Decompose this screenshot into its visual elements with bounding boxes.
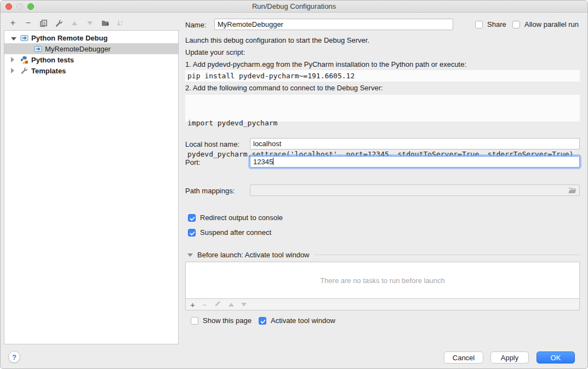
wrench-icon <box>20 67 28 74</box>
name-label: Name: <box>185 21 206 29</box>
remove-task-icon[interactable]: − <box>202 301 207 309</box>
text-caret <box>273 158 273 165</box>
add-icon[interactable]: + <box>8 19 18 28</box>
empty-task-list-text: There are no tasks to run before launch <box>320 276 445 285</box>
share-checkbox[interactable] <box>475 21 483 28</box>
window-title: Run/Debug Configurations <box>1 2 587 10</box>
instruction-step-2: 2. Add the following command to connect … <box>185 84 383 92</box>
tree-item-label: Python Remote Debug <box>31 34 107 42</box>
sidebar-toolbar: + − az <box>8 18 125 28</box>
cancel-button[interactable]: Cancel <box>444 351 483 364</box>
section-collapse-icon[interactable] <box>187 253 193 257</box>
show-this-page-row: Show this page <box>191 316 252 325</box>
pip-command-code[interactable]: pip install pydevd-pycharm~=191.6605.12 <box>185 70 580 82</box>
activate-tool-window-label: Activate tool window <box>271 316 335 325</box>
ok-button[interactable]: OK <box>536 351 575 364</box>
path-mappings-input[interactable] <box>250 184 580 196</box>
remote-debug-icon <box>33 45 42 53</box>
move-task-up-icon[interactable] <box>229 303 234 307</box>
port-input[interactable]: 12345 <box>250 156 580 168</box>
tree-item-python-tests[interactable]: Python tests <box>4 54 178 65</box>
before-launch-task-list[interactable]: There are no tasks to run before launch <box>185 262 580 299</box>
instruction-line-1: Launch this debug configuration to start… <box>185 36 369 44</box>
expand-arrow-icon[interactable] <box>11 34 16 42</box>
redirect-output-row: Redirect output to console <box>188 214 283 222</box>
allow-parallel-run-label: Allow parallel run <box>524 20 579 28</box>
new-folder-icon[interactable] <box>100 19 110 28</box>
local-host-name-label: Local host name: <box>185 140 239 148</box>
add-task-icon[interactable]: + <box>190 301 195 309</box>
apply-button[interactable]: Apply <box>490 351 529 364</box>
configurations-tree: Python Remote Debug MyRemoteDebugger Pyt… <box>4 30 179 344</box>
collapse-arrow-icon[interactable] <box>11 67 16 75</box>
move-task-down-icon[interactable] <box>241 303 247 307</box>
allow-parallel-checkbox-row: Allow parallel run <box>512 20 579 28</box>
edit-templates-wrench-icon[interactable] <box>54 19 64 28</box>
svg-text:z: z <box>121 23 122 26</box>
folder-open-icon[interactable] <box>568 187 576 196</box>
show-this-page-label: Show this page <box>203 316 252 325</box>
svg-text:a: a <box>121 19 123 22</box>
local-host-name-input[interactable] <box>250 138 580 149</box>
suspend-after-connect-label: Suspend after connect <box>200 228 271 237</box>
edit-task-pencil-icon[interactable] <box>214 299 221 309</box>
collapse-arrow-icon[interactable] <box>11 56 16 64</box>
name-input[interactable] <box>214 19 453 30</box>
tree-item-label: Python tests <box>31 56 74 64</box>
port-label: Port: <box>185 158 200 166</box>
run-debug-configurations-dialog: Run/Debug Configurations + − az Python R… <box>0 0 588 369</box>
copy-icon[interactable] <box>39 19 48 28</box>
path-mappings-label: Path mappings: <box>185 187 235 195</box>
move-down-icon[interactable] <box>85 19 94 28</box>
help-button[interactable]: ? <box>8 351 20 363</box>
suspend-after-connect-row: Suspend after connect <box>188 228 271 237</box>
activate-tool-window-checkbox[interactable] <box>259 317 266 325</box>
suspend-after-connect-checkbox[interactable] <box>188 229 196 237</box>
redirect-output-checkbox[interactable] <box>188 214 196 222</box>
activate-tool-window-row: Activate tool window <box>259 316 335 325</box>
before-launch-section-header[interactable]: Before launch: Activate tool window <box>187 251 580 259</box>
move-up-icon[interactable] <box>70 19 79 28</box>
instruction-line-2: Update your script: <box>185 48 245 56</box>
instruction-step-1: 1. Add pydevd-pycharm.egg from the PyCha… <box>185 60 466 68</box>
code-line-1: import pydevd_pycharm <box>187 118 580 128</box>
share-label: Share <box>487 20 506 28</box>
remote-debug-icon <box>20 34 28 42</box>
titlebar[interactable]: Run/Debug Configurations <box>1 1 587 13</box>
before-launch-title: Before launch: Activate tool window <box>197 251 310 259</box>
settrace-code-block[interactable]: import pydevd_pycharm pydevd_pycharm.set… <box>185 95 580 122</box>
tree-item-python-remote-debug[interactable]: Python Remote Debug <box>4 32 178 43</box>
remove-icon[interactable]: − <box>24 19 33 28</box>
python-icon <box>20 56 28 64</box>
show-this-page-checkbox[interactable] <box>191 317 198 325</box>
task-list-toolbar: + − <box>185 299 580 310</box>
tree-item-label: MyRemoteDebugger <box>45 45 111 53</box>
sort-alphabetically-icon[interactable]: az <box>116 19 125 28</box>
tree-item-label: Templates <box>31 67 66 75</box>
redirect-output-label: Redirect output to console <box>200 214 283 222</box>
allow-parallel-run-checkbox[interactable] <box>512 21 520 28</box>
share-checkbox-row: Share <box>475 20 506 28</box>
tree-item-myremotedebugger[interactable]: MyRemoteDebugger <box>4 43 178 54</box>
tree-item-templates[interactable]: Templates <box>4 65 178 76</box>
